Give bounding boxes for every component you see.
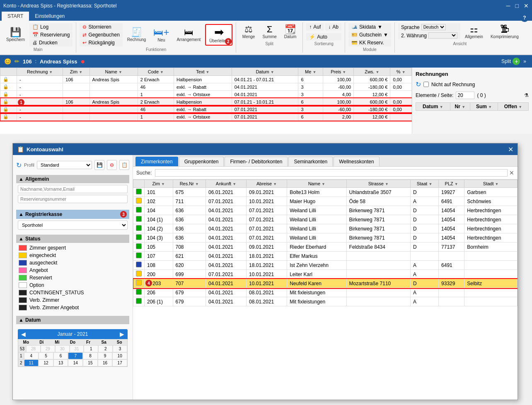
calendar-prev-button[interactable]: ◀: [21, 331, 26, 337]
gegenbuchen-button[interactable]: ⇄ Gegenbuchen: [80, 31, 122, 39]
name-filter[interactable]: ▼: [118, 70, 122, 74]
col-name[interactable]: Name ▼: [89, 68, 138, 76]
date-dec-29[interactable]: 29: [41, 345, 55, 352]
menge-button[interactable]: ⚖ Menge: [239, 23, 258, 41]
calendar-next-button[interactable]: ▶: [120, 331, 124, 337]
date-dec-30[interactable]: 30: [55, 345, 70, 352]
col-code[interactable]: Code ▼: [138, 68, 174, 76]
table-row[interactable]: 🔒 - 1 exkl. → Ortstaxe 07.01.2021 6 2,00…: [0, 113, 412, 121]
list-item[interactable]: 107 621 04.01.2021 18.01.2021 Elfer Mark…: [133, 252, 517, 261]
speichern-button[interactable]: 💾 Speichern: [3, 26, 28, 44]
col-datum[interactable]: Datum ▼: [232, 68, 298, 76]
neu-button[interactable]: 🛏+ Neu: [150, 26, 172, 44]
split-button[interactable]: Split: [501, 58, 511, 64]
date-jan-5[interactable]: 5: [39, 352, 53, 359]
ruckgangig-button[interactable]: ↩ Rückgängig: [80, 39, 122, 46]
close-button[interactable]: ✕: [524, 2, 529, 9]
tab-wellnesskonten[interactable]: Wellnesskonten: [334, 157, 380, 166]
col-preis[interactable]: Preis ▼: [323, 68, 354, 76]
nachname-input[interactable]: [18, 185, 128, 193]
date-jan-11[interactable]: 11: [24, 359, 39, 366]
col-zws[interactable]: Zws. ▼: [354, 68, 390, 76]
profile-select[interactable]: Standard: [37, 161, 92, 169]
tab-einstellungen[interactable]: Einstellungen: [29, 12, 70, 21]
me-filter[interactable]: ▼: [312, 70, 316, 74]
wahrung-button[interactable]: 2. Währung: [398, 32, 460, 39]
list-item[interactable]: 101 675 06.01.2021 09.01.2021 Bolte13 Ho…: [133, 188, 517, 197]
maximize-button[interactable]: □: [515, 2, 519, 9]
zim-filter[interactable]: ▼: [79, 70, 82, 74]
list-item[interactable]: 206 (1) 679 04.01.2021 08.01.2021 Mit fi…: [133, 297, 517, 306]
col-percent[interactable]: % ▼: [390, 68, 412, 76]
col-sum[interactable]: Sum ▼: [470, 103, 498, 111]
col-rechnung[interactable]: Rechnung ▼: [17, 68, 63, 76]
rechnung-filter[interactable]: ▼: [49, 70, 53, 74]
list-item[interactable]: 104 (3) 636 04.01.2021 07.01.2021 Weilan…: [133, 233, 517, 243]
right-panel-filter-button[interactable]: ⚗: [524, 92, 529, 98]
datum-header[interactable]: ▲ Datum: [16, 316, 129, 324]
tab-start[interactable]: START: [2, 12, 29, 21]
table-row[interactable]: 🔒 - 46 exkl. → Rabatt 07.01.2021 3 -60,0…: [0, 106, 412, 113]
col-offen[interactable]: Offen ▼: [498, 103, 528, 111]
stornieren-button[interactable]: ⊖ Stornieren: [80, 23, 122, 31]
grid-col-abreise[interactable]: Abreise ▼: [247, 180, 287, 188]
grid-col-name[interactable]: Name ▼: [287, 180, 346, 188]
registrierkasse-select[interactable]: Sporthotel: [18, 221, 128, 230]
sprache-button[interactable]: Sprache Deutsch: [398, 23, 460, 31]
date-dec-28[interactable]: 28: [26, 345, 41, 352]
grid-col-plz[interactable]: PLZ ▼: [439, 180, 464, 188]
list-item[interactable]: 104 636 04.01.2021 07.01.2021 Weiland Li…: [133, 206, 517, 215]
drucken-button[interactable]: 🖨 Drucken: [29, 39, 73, 46]
date-jan-12[interactable]: 12: [39, 359, 53, 366]
preis-filter[interactable]: ▼: [342, 70, 346, 74]
profile-copy-button[interactable]: 📋: [119, 160, 129, 170]
datum-button[interactable]: 📆 Datum: [281, 23, 299, 41]
summe-button[interactable]: Σ Summe: [259, 23, 279, 41]
table-row[interactable]: 🔒 1 - 106 Andreas Spis 2 Erwach Halbpens…: [0, 98, 412, 106]
list-item[interactable]: 102 711 07.01.2021 10.01.2021 Maier Hugo…: [133, 197, 517, 206]
allgemein-header[interactable]: ▲ Allgemein: [16, 175, 129, 183]
gutschein-button[interactable]: 🎫 Gutschein ▼: [348, 31, 391, 39]
minimize-button[interactable]: ─: [506, 2, 510, 9]
grid-col-status[interactable]: [133, 180, 145, 188]
ab-button[interactable]: ↓ Ab: [325, 23, 341, 31]
list-item[interactable]: 206 679 04.01.2021 08.01.2021 Mit fixlei…: [133, 288, 517, 297]
arrangement-button[interactable]: 🛏 Arrangement: [174, 26, 203, 44]
date-jan-13[interactable]: 13: [53, 359, 68, 366]
grid-col-zim[interactable]: Zim ▼: [145, 180, 173, 188]
table-row[interactable]: 🔒 - 106 Andreas Spis 2 Erwach Halbpensio…: [0, 76, 412, 83]
col-me[interactable]: Me ▼: [298, 68, 323, 76]
list-item[interactable]: 108 620 04.01.2021 18.01.2021 Ist Zehn V…: [133, 261, 517, 270]
col-datum-right[interactable]: Datum ▼: [416, 103, 450, 111]
skidata-button[interactable]: 🎿 Skidata ▼: [348, 23, 391, 31]
elemente-count-input[interactable]: [456, 92, 474, 99]
date-jan-7[interactable]: 7: [68, 352, 83, 359]
tab-gruppenkonten[interactable]: Gruppenkonten: [179, 157, 224, 166]
date-jan-17[interactable]: 17: [112, 359, 127, 366]
grid-col-resnr[interactable]: Res.Nr ▼: [173, 180, 206, 188]
log-button[interactable]: 📋 Log: [29, 23, 73, 31]
status-header[interactable]: ▲ Status: [16, 235, 129, 243]
grid-col-ankunft[interactable]: Ankunft ▼: [206, 180, 246, 188]
date-jan-3[interactable]: 3: [113, 345, 127, 352]
refresh-button[interactable]: ↻: [416, 80, 421, 88]
reservierung-button[interactable]: 📅 Reservierung: [29, 31, 73, 39]
list-item[interactable]: 104 (1) 636 04.01.2021 07.01.2021 Weilan…: [133, 215, 517, 224]
reservierungsnummer-input[interactable]: [18, 195, 128, 203]
table-row[interactable]: 🔒 - 1 exkl. → Ortstaxe 04.01.2021 3 4,00…: [0, 91, 412, 98]
list-item[interactable]: 200 699 07.01.2021 10.01.2021 Leiter Kar…: [133, 270, 517, 279]
komprimierung-button[interactable]: 🗜 Komprimierung: [488, 23, 522, 41]
date-jan-10[interactable]: 10: [112, 352, 127, 359]
date-jan-4[interactable]: 4: [24, 352, 39, 359]
wahrung-select[interactable]: [428, 32, 457, 39]
date-jan-8[interactable]: 8: [83, 352, 98, 359]
modal-close-button[interactable]: ✕: [508, 146, 513, 153]
text-filter[interactable]: ▼: [206, 70, 210, 74]
split-add-button[interactable]: +: [513, 58, 520, 65]
profile-delete-button[interactable]: ⊖: [107, 160, 117, 170]
date-jan-6[interactable]: 6: [53, 352, 68, 359]
col-zim[interactable]: Zim ▼: [63, 68, 89, 76]
tab-firmen-debitor[interactable]: Firmen- / Debitorkonten: [225, 157, 288, 166]
allgemein-button[interactable]: ⚏ Allgemein: [462, 23, 486, 41]
tab-zimmerkonten[interactable]: Zimmerkonten: [135, 157, 178, 166]
